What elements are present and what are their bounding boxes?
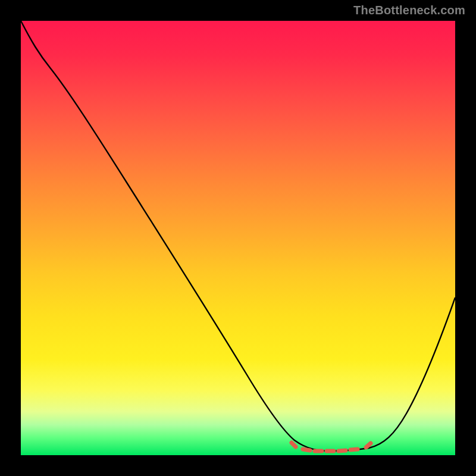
svg-line-1 [303, 449, 310, 450]
chart-container: TheBottleneck.com [0, 0, 476, 476]
svg-line-0 [292, 443, 296, 447]
bottleneck-curve [21, 21, 455, 451]
curve-layer [21, 21, 455, 455]
svg-line-6 [366, 443, 371, 447]
svg-line-4 [339, 450, 346, 451]
valley-band [292, 443, 371, 451]
watermark-label: TheBottleneck.com [353, 4, 465, 17]
svg-line-5 [350, 449, 358, 450]
plot-area [21, 21, 455, 455]
